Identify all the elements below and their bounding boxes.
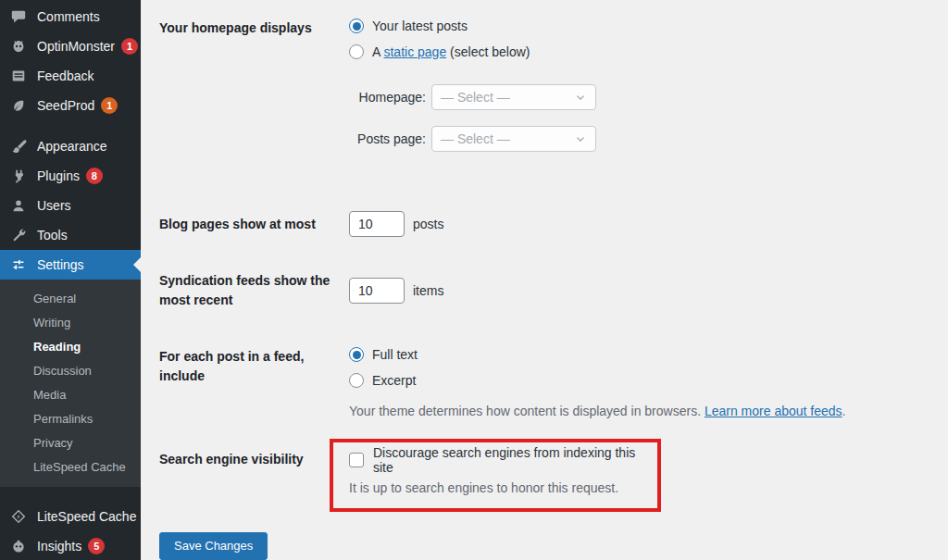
- chevron-down-icon: [574, 91, 587, 104]
- learn-more-feeds-link[interactable]: Learn more about feeds: [705, 404, 842, 418]
- comments-icon: [7, 8, 30, 25]
- sidebar-item-label: Comments: [37, 9, 100, 24]
- seedprod-count-badge: 1: [101, 97, 118, 114]
- search-visibility-label: Search engine visibility: [159, 439, 349, 469]
- appearance-icon: [7, 138, 30, 155]
- homepage-select[interactable]: — Select —: [431, 84, 596, 110]
- static-page-radio[interactable]: [349, 44, 364, 59]
- plugins-count-badge: 8: [86, 168, 103, 184]
- excerpt-option: Excerpt: [349, 370, 845, 391]
- posts-page-select-value: — Select —: [441, 131, 510, 146]
- sidebar-item-label: Insights: [37, 539, 81, 554]
- insights-count-badge: 5: [88, 538, 105, 554]
- submenu-item-permalinks[interactable]: Permalinks: [0, 407, 141, 431]
- reading-settings-form: Your homepage displays Your latest posts…: [141, 0, 948, 560]
- sidebar-item-tools[interactable]: Tools: [0, 220, 141, 250]
- static-page-option: A static page (select below): [349, 42, 596, 62]
- feedback-icon: [7, 68, 30, 84]
- red-highlight-annotation: Discourage search engines from indexing …: [330, 439, 661, 512]
- submenu-item-writing[interactable]: Writing: [0, 311, 141, 335]
- blog-pages-input[interactable]: [349, 211, 405, 237]
- static-page-suffix: (select below): [446, 44, 530, 59]
- submenu-item-media[interactable]: Media: [0, 383, 141, 407]
- sidebar-item-label: Feedback: [37, 68, 94, 83]
- settings-submenu: General Writing Reading Discussion Media…: [0, 280, 141, 487]
- optinmonster-count-badge: 1: [121, 38, 138, 55]
- static-page-link[interactable]: static page: [383, 44, 446, 59]
- syndication-row: Syndication feeds show the most recent i…: [159, 271, 948, 310]
- optinmonster-icon: [7, 38, 30, 55]
- excerpt-label: Excerpt: [372, 373, 416, 388]
- sidebar-item-label: OptinMonster: [37, 39, 115, 54]
- sidebar-item-users[interactable]: Users: [0, 191, 141, 220]
- sidebar-item-seedprod[interactable]: SeedProd 1: [0, 91, 141, 120]
- latest-posts-option: Your latest posts: [349, 16, 596, 36]
- sidebar-item-label: Appearance: [37, 139, 107, 154]
- tools-icon: [7, 227, 30, 243]
- sidebar-item-settings[interactable]: Settings: [0, 250, 141, 280]
- posts-page-select-label: Posts page:: [349, 131, 426, 146]
- sidebar-separator: [0, 120, 141, 131]
- syndication-unit: items: [413, 283, 443, 298]
- posts-page-select[interactable]: — Select —: [431, 126, 596, 152]
- wordpress-admin: Comments OptinMonster 1 Feedback SeedPro…: [0, 0, 948, 560]
- static-page-prefix: A: [372, 44, 383, 59]
- insights-icon: [7, 538, 30, 554]
- search-visibility-row: Search engine visibility Discourage sear…: [159, 439, 948, 512]
- feed-content-label: For each post in a feed, include: [159, 344, 349, 386]
- posts-page-select-row: Posts page: — Select —: [349, 126, 596, 152]
- discourage-indexing-label: Discourage search engines from indexing …: [373, 445, 644, 475]
- sidebar-item-comments[interactable]: Comments: [0, 2, 141, 31]
- blog-pages-row: Blog pages show at most posts: [159, 211, 948, 237]
- sidebar-item-label: Settings: [37, 257, 84, 272]
- sidebar-item-label: Plugins: [37, 168, 80, 183]
- submenu-item-general[interactable]: General: [0, 287, 141, 311]
- submenu-item-reading[interactable]: Reading: [0, 335, 141, 359]
- search-visibility-note: It is up to search engines to honor this…: [349, 479, 644, 497]
- sidebar-item-feedback[interactable]: Feedback: [0, 61, 141, 91]
- sidebar-item-plugins[interactable]: Plugins 8: [0, 161, 141, 191]
- submenu-item-discussion[interactable]: Discussion: [0, 359, 141, 383]
- sidebar-item-optinmonster[interactable]: OptinMonster 1: [0, 31, 141, 61]
- submenu-item-privacy[interactable]: Privacy: [0, 431, 141, 455]
- latest-posts-label: Your latest posts: [372, 19, 468, 33]
- homepage-select-value: — Select —: [441, 90, 510, 105]
- save-changes-button[interactable]: Save Changes: [159, 532, 268, 560]
- homepage-select-row: Homepage: — Select —: [349, 84, 596, 110]
- discourage-indexing-option: Discourage search engines from indexing …: [349, 450, 644, 470]
- sidebar-item-label: Users: [37, 198, 71, 213]
- full-text-option: Full text: [349, 344, 845, 365]
- homepage-select-label: Homepage:: [349, 90, 426, 105]
- chevron-down-icon: [574, 132, 587, 145]
- blog-pages-unit: posts: [413, 217, 443, 231]
- feed-note: Your theme determines how content is dis…: [349, 402, 845, 420]
- syndication-input[interactable]: [349, 278, 405, 304]
- sidebar-item-label: LiteSpeed Cache: [37, 509, 136, 524]
- users-icon: [7, 197, 30, 214]
- admin-sidebar: Comments OptinMonster 1 Feedback SeedPro…: [0, 0, 141, 560]
- blog-pages-label: Blog pages show at most: [159, 215, 349, 234]
- plugins-icon: [7, 168, 30, 184]
- full-text-radio[interactable]: [349, 347, 364, 362]
- homepage-displays-label: Your homepage displays: [159, 16, 349, 38]
- seedprod-icon: [7, 97, 30, 114]
- litespeed-icon: [7, 508, 30, 525]
- feed-content-row: For each post in a feed, include Full te…: [159, 344, 948, 420]
- sidebar-item-insights[interactable]: Insights 5: [0, 531, 141, 560]
- sidebar-bottom-group: LiteSpeed Cache Insights 5: [0, 502, 141, 560]
- sidebar-item-litespeed-cache[interactable]: LiteSpeed Cache: [0, 502, 141, 531]
- submenu-item-litespeed-cache[interactable]: LiteSpeed Cache: [0, 455, 141, 479]
- sidebar-item-appearance[interactable]: Appearance: [0, 131, 141, 161]
- full-text-label: Full text: [372, 347, 418, 362]
- excerpt-radio[interactable]: [349, 373, 364, 388]
- sidebar-item-label: Tools: [37, 228, 68, 243]
- sidebar-item-label: SeedProd: [37, 98, 94, 113]
- latest-posts-radio[interactable]: [349, 19, 364, 33]
- settings-icon: [7, 256, 30, 273]
- homepage-displays-row: Your homepage displays Your latest posts…: [159, 16, 948, 168]
- discourage-indexing-checkbox[interactable]: [349, 453, 364, 467]
- syndication-label: Syndication feeds show the most recent: [159, 271, 349, 310]
